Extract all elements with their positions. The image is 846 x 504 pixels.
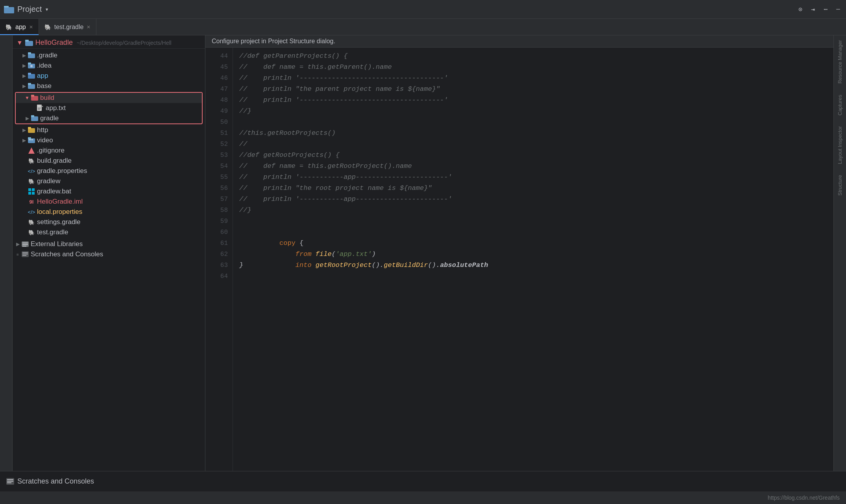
idea-label: .idea (37, 62, 52, 70)
ln-44: 44 (205, 51, 233, 62)
captures-label[interactable]: Captures (837, 93, 843, 117)
project-folder-icon (4, 5, 14, 14)
ext-libs-icon (21, 240, 29, 248)
code-line-48: // println '----------------------------… (239, 95, 833, 106)
settings-gradle-label: settings.gradle (37, 218, 81, 226)
tree-item-app-txt[interactable]: app.txt (16, 103, 202, 113)
tab-app[interactable]: 🐘 app ✕ (0, 19, 39, 35)
from-indent (279, 250, 296, 258)
settings-gradle-icon: 🐘 (28, 218, 35, 226)
target-icon[interactable]: ⊙ (796, 6, 804, 13)
code-line-57: // println '-----------app--------------… (239, 194, 833, 205)
http-arrow: ▶ (20, 127, 28, 133)
local-properties-icon: </> (28, 208, 35, 216)
gradlew-bat-icon (28, 188, 35, 195)
layout-inspector-label[interactable]: Layout Inspector (837, 125, 843, 166)
gradle-sub-folder-icon (31, 114, 39, 122)
tree-item-idea[interactable]: ▶ .idea (13, 61, 205, 71)
test-gradle-icon: 🐘 (28, 228, 35, 236)
code-content[interactable]: //def getParentProjects() { // def name … (233, 48, 833, 471)
code-line-54: // def name = this.getRootProject().name (239, 161, 833, 172)
tree-item-video[interactable]: ▶ video (13, 135, 205, 145)
structure-label[interactable]: Structure (837, 173, 843, 197)
svg-rect-41 (7, 479, 13, 480)
info-bar-text: Configure project in Project Structure d… (212, 38, 335, 44)
ln-51: 51 (205, 128, 233, 139)
tree-item-settings-gradle[interactable]: ▶ 🐘 settings.gradle (13, 217, 205, 227)
tree-container[interactable]: ▶ .gradle ▶ .idea ▶ (13, 49, 205, 471)
tree-item-gradle-properties[interactable]: ▶ </> gradle.properties (13, 166, 205, 176)
code-line-64 (239, 271, 833, 282)
tree-item-scratches[interactable]: ≡ Scratches and Consoles (13, 249, 205, 259)
svg-rect-34 (22, 244, 28, 245)
ln-54: 54 (205, 161, 233, 172)
project-dropdown-icon[interactable]: ▾ (45, 6, 49, 13)
tree-item-gradle[interactable]: ▶ .gradle (13, 50, 205, 61)
http-label: http (37, 126, 48, 134)
ln-64: 64 (205, 271, 233, 282)
test-gradle-label: test.gradle (37, 228, 68, 236)
svg-marker-27 (28, 147, 35, 154)
root-arrow[interactable]: ▼ (17, 39, 23, 46)
svg-rect-24 (29, 139, 30, 140)
svg-rect-16 (38, 108, 41, 109)
title-bar: Project ▾ ⊙ ⇥ ⋯ — (0, 0, 846, 19)
code-line-44: //def getParentProjects() { (239, 51, 833, 62)
gradlew-bat-label: gradlew.bat (37, 188, 71, 195)
root-label[interactable]: HelloGradle (35, 39, 73, 47)
scratches-console-btn[interactable]: Scratches and Consoles (6, 477, 94, 486)
code-line-49: //} (239, 106, 833, 117)
gitignore-label: .gitignore (37, 147, 65, 155)
video-folder-icon (28, 136, 35, 144)
gradlew-label: gradlew (37, 177, 61, 185)
tree-item-build-gradle[interactable]: ▶ 🐘 build.gradle (13, 156, 205, 166)
gradlew-icon: 🐘 (28, 177, 35, 185)
ln-48: 48 (205, 95, 233, 106)
svg-rect-33 (22, 243, 28, 243)
tree-item-gradlew-bat[interactable]: ▶ gradlew.bat (13, 186, 205, 197)
svg-rect-30 (28, 192, 31, 195)
tab-test-gradle-close[interactable]: ✕ (87, 24, 91, 30)
tree-item-http[interactable]: ▶ http (13, 125, 205, 135)
tree-item-test-gradle[interactable]: ▶ 🐘 test.gradle (13, 227, 205, 237)
tree-item-gradlew[interactable]: ▶ 🐘 gradlew (13, 176, 205, 186)
tree-item-gradle-sub[interactable]: ▶ gradle (16, 113, 202, 123)
code-line-52: // (239, 139, 833, 150)
tree-item-build[interactable]: ▼ build (16, 93, 202, 103)
ln-52: 52 (205, 139, 233, 150)
ln-57: 57 (205, 194, 233, 205)
svg-rect-35 (22, 246, 26, 246)
ln-50: 50 (205, 117, 233, 128)
tab-test-gradle[interactable]: 🐘 test.gradle ✕ (39, 19, 97, 35)
ln-55: 55 (205, 172, 233, 183)
tree-item-gitignore[interactable]: ▶ .gitignore (13, 145, 205, 156)
tree-item-ext-libs[interactable]: ▶ External Libraries (13, 239, 205, 249)
tree-item-local-properties[interactable]: ▶ </> local.properties (13, 207, 205, 217)
project-root-header: ▼ HelloGradle ~/Desktop/develop/GradlePr… (13, 35, 205, 49)
tab-app-close[interactable]: ✕ (29, 24, 33, 30)
base-arrow: ▶ (20, 83, 28, 89)
code-area[interactable]: 44 45 46 47 48 49 50 51 52 53 54 55 56 5… (205, 48, 833, 471)
resource-manager-label[interactable]: Resource Manager (837, 39, 843, 85)
tab-test-gradle-label: test.gradle (54, 24, 84, 31)
http-folder-icon (28, 126, 35, 134)
tree-item-hello-iml[interactable]: ▶ 9I HelloGradle.iml (13, 197, 205, 207)
code-line-61: from file('app.txt') (239, 238, 833, 249)
gradle-sub-label: gradle (40, 114, 59, 122)
tree-item-app[interactable]: ▶ app (13, 71, 205, 81)
code-line-47: // println "the parent project name is $… (239, 84, 833, 95)
video-label: video (37, 136, 53, 144)
base-folder-icon (28, 82, 35, 90)
build-gradle-label: build.gradle (37, 157, 72, 165)
svg-rect-39 (22, 255, 26, 256)
pin-icon[interactable]: ⇥ (809, 6, 817, 13)
minimize-icon[interactable]: — (834, 6, 842, 13)
svg-rect-23 (28, 137, 31, 139)
more-icon[interactable]: ⋯ (822, 6, 829, 13)
code-line-51: //this.getRootProjects() (239, 128, 833, 139)
gradle-arrow: ▶ (20, 53, 28, 58)
code-line-59 (239, 216, 833, 227)
tree-item-base[interactable]: ▶ base (13, 81, 205, 91)
ln-46: 46 (205, 73, 233, 84)
idea-arrow: ▶ (20, 63, 28, 68)
